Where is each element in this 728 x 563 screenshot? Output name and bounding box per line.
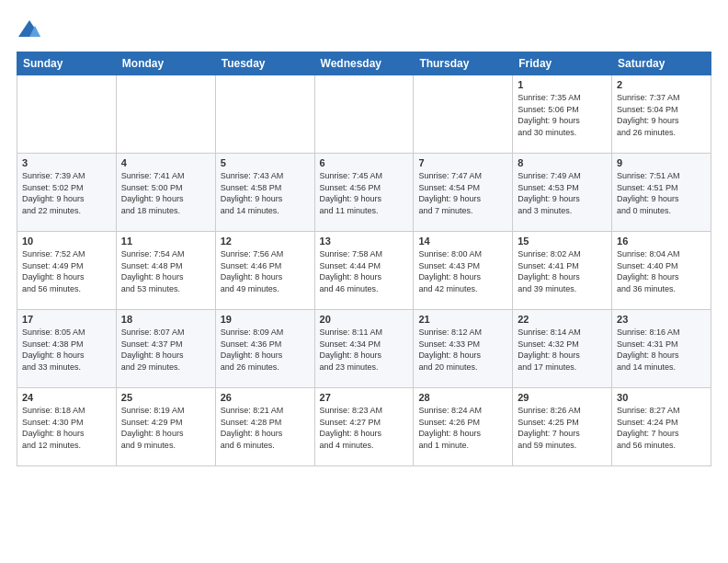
calendar-cell: 22Sunrise: 8:14 AMSunset: 4:32 PMDayligh… <box>513 310 612 388</box>
day-header-friday: Friday <box>513 52 612 75</box>
day-number: 26 <box>221 392 310 403</box>
calendar-week-3: 10Sunrise: 7:52 AMSunset: 4:49 PMDayligh… <box>17 232 711 310</box>
calendar-body: 1Sunrise: 7:35 AMSunset: 5:06 PMDaylight… <box>17 75 711 466</box>
day-info: Sunrise: 7:51 AMSunset: 4:51 PMDaylight:… <box>617 170 706 216</box>
calendar-cell: 8Sunrise: 7:49 AMSunset: 4:53 PMDaylight… <box>513 154 612 232</box>
day-number: 12 <box>221 236 310 247</box>
calendar-week-1: 1Sunrise: 7:35 AMSunset: 5:06 PMDaylight… <box>17 75 711 154</box>
day-info: Sunrise: 7:45 AMSunset: 4:56 PMDaylight:… <box>320 170 409 216</box>
calendar-cell: 15Sunrise: 8:02 AMSunset: 4:41 PMDayligh… <box>513 232 612 310</box>
calendar-cell: 16Sunrise: 8:04 AMSunset: 4:40 PMDayligh… <box>612 232 711 310</box>
calendar-cell: 12Sunrise: 7:56 AMSunset: 4:46 PMDayligh… <box>215 232 314 310</box>
day-number: 21 <box>418 314 507 325</box>
day-number: 16 <box>617 236 706 247</box>
header <box>17 17 711 42</box>
day-number: 20 <box>320 314 409 325</box>
day-number: 30 <box>617 392 706 403</box>
calendar-cell <box>17 75 117 154</box>
calendar-cell: 21Sunrise: 8:12 AMSunset: 4:33 PMDayligh… <box>414 310 513 388</box>
day-info: Sunrise: 8:24 AMSunset: 4:26 PMDaylight:… <box>418 405 507 451</box>
day-info: Sunrise: 7:43 AMSunset: 4:58 PMDaylight:… <box>221 170 310 216</box>
day-info: Sunrise: 8:11 AMSunset: 4:34 PMDaylight:… <box>320 327 409 373</box>
day-number: 15 <box>518 236 607 247</box>
day-number: 25 <box>121 392 210 403</box>
day-number: 9 <box>617 157 706 168</box>
day-info: Sunrise: 7:52 AMSunset: 4:49 PMDaylight:… <box>22 248 111 294</box>
calendar-cell: 2Sunrise: 7:37 AMSunset: 5:04 PMDaylight… <box>612 75 711 154</box>
calendar-cell: 25Sunrise: 8:19 AMSunset: 4:29 PMDayligh… <box>116 388 215 466</box>
day-number: 4 <box>121 157 210 168</box>
calendar-cell: 28Sunrise: 8:24 AMSunset: 4:26 PMDayligh… <box>414 388 513 466</box>
calendar-cell <box>215 75 314 154</box>
calendar-cell: 30Sunrise: 8:27 AMSunset: 4:24 PMDayligh… <box>612 388 711 466</box>
calendar-cell: 5Sunrise: 7:43 AMSunset: 4:58 PMDaylight… <box>215 154 314 232</box>
day-number: 18 <box>121 314 210 325</box>
calendar-cell: 18Sunrise: 8:07 AMSunset: 4:37 PMDayligh… <box>116 310 215 388</box>
day-info: Sunrise: 8:19 AMSunset: 4:29 PMDaylight:… <box>121 405 210 451</box>
day-number: 27 <box>320 392 409 403</box>
calendar-cell: 14Sunrise: 8:00 AMSunset: 4:43 PMDayligh… <box>414 232 513 310</box>
day-info: Sunrise: 7:41 AMSunset: 5:00 PMDaylight:… <box>121 170 210 216</box>
day-number: 1 <box>518 79 607 90</box>
day-info: Sunrise: 8:09 AMSunset: 4:36 PMDaylight:… <box>221 327 310 373</box>
calendar-cell: 10Sunrise: 7:52 AMSunset: 4:49 PMDayligh… <box>17 232 117 310</box>
day-header-thursday: Thursday <box>414 52 513 75</box>
day-info: Sunrise: 8:02 AMSunset: 4:41 PMDaylight:… <box>518 248 607 294</box>
day-number: 14 <box>418 236 507 247</box>
calendar-cell <box>314 75 414 154</box>
day-number: 10 <box>22 236 111 247</box>
day-number: 2 <box>617 79 706 90</box>
day-info: Sunrise: 8:23 AMSunset: 4:27 PMDaylight:… <box>320 405 409 451</box>
day-info: Sunrise: 8:14 AMSunset: 4:32 PMDaylight:… <box>518 327 607 373</box>
calendar-cell <box>116 75 215 154</box>
calendar-cell: 17Sunrise: 8:05 AMSunset: 4:38 PMDayligh… <box>17 310 117 388</box>
calendar-cell: 20Sunrise: 8:11 AMSunset: 4:34 PMDayligh… <box>314 310 414 388</box>
calendar-header-row: SundayMondayTuesdayWednesdayThursdayFrid… <box>17 52 711 75</box>
day-info: Sunrise: 8:27 AMSunset: 4:24 PMDaylight:… <box>617 405 706 451</box>
calendar-cell: 19Sunrise: 8:09 AMSunset: 4:36 PMDayligh… <box>215 310 314 388</box>
calendar-cell: 29Sunrise: 8:26 AMSunset: 4:25 PMDayligh… <box>513 388 612 466</box>
calendar-cell: 9Sunrise: 7:51 AMSunset: 4:51 PMDaylight… <box>612 154 711 232</box>
day-info: Sunrise: 8:21 AMSunset: 4:28 PMDaylight:… <box>221 405 310 451</box>
calendar-week-4: 17Sunrise: 8:05 AMSunset: 4:38 PMDayligh… <box>17 310 711 388</box>
day-info: Sunrise: 8:04 AMSunset: 4:40 PMDaylight:… <box>617 248 706 294</box>
day-header-wednesday: Wednesday <box>314 52 414 75</box>
day-number: 29 <box>518 392 607 403</box>
day-number: 11 <box>121 236 210 247</box>
calendar-cell: 6Sunrise: 7:45 AMSunset: 4:56 PMDaylight… <box>314 154 414 232</box>
day-info: Sunrise: 7:47 AMSunset: 4:54 PMDaylight:… <box>418 170 507 216</box>
calendar-week-5: 24Sunrise: 8:18 AMSunset: 4:30 PMDayligh… <box>17 388 711 466</box>
day-info: Sunrise: 7:54 AMSunset: 4:48 PMDaylight:… <box>121 248 210 294</box>
day-number: 19 <box>221 314 310 325</box>
day-info: Sunrise: 8:00 AMSunset: 4:43 PMDaylight:… <box>418 248 507 294</box>
day-header-monday: Monday <box>116 52 215 75</box>
day-info: Sunrise: 7:37 AMSunset: 5:04 PMDaylight:… <box>617 92 706 138</box>
day-info: Sunrise: 8:12 AMSunset: 4:33 PMDaylight:… <box>418 327 507 373</box>
calendar-cell: 23Sunrise: 8:16 AMSunset: 4:31 PMDayligh… <box>612 310 711 388</box>
calendar-cell: 7Sunrise: 7:47 AMSunset: 4:54 PMDaylight… <box>414 154 513 232</box>
calendar-table: SundayMondayTuesdayWednesdayThursdayFrid… <box>17 52 711 466</box>
day-info: Sunrise: 7:56 AMSunset: 4:46 PMDaylight:… <box>221 248 310 294</box>
day-info: Sunrise: 7:35 AMSunset: 5:06 PMDaylight:… <box>518 92 607 138</box>
day-header-sunday: Sunday <box>17 52 117 75</box>
day-info: Sunrise: 8:26 AMSunset: 4:25 PMDaylight:… <box>518 405 607 451</box>
calendar-cell: 13Sunrise: 7:58 AMSunset: 4:44 PMDayligh… <box>314 232 414 310</box>
day-number: 8 <box>518 157 607 168</box>
day-info: Sunrise: 8:18 AMSunset: 4:30 PMDaylight:… <box>22 405 111 451</box>
day-number: 7 <box>418 157 507 168</box>
day-number: 13 <box>320 236 409 247</box>
logo-icon <box>17 17 42 42</box>
day-info: Sunrise: 7:39 AMSunset: 5:02 PMDaylight:… <box>22 170 111 216</box>
logo <box>17 17 46 42</box>
day-header-tuesday: Tuesday <box>215 52 314 75</box>
calendar-week-2: 3Sunrise: 7:39 AMSunset: 5:02 PMDaylight… <box>17 154 711 232</box>
day-header-saturday: Saturday <box>612 52 711 75</box>
day-number: 22 <box>518 314 607 325</box>
day-number: 17 <box>22 314 111 325</box>
day-number: 6 <box>320 157 409 168</box>
day-number: 3 <box>22 157 111 168</box>
calendar-cell: 4Sunrise: 7:41 AMSunset: 5:00 PMDaylight… <box>116 154 215 232</box>
day-info: Sunrise: 8:05 AMSunset: 4:38 PMDaylight:… <box>22 327 111 373</box>
calendar-cell: 27Sunrise: 8:23 AMSunset: 4:27 PMDayligh… <box>314 388 414 466</box>
calendar-cell: 3Sunrise: 7:39 AMSunset: 5:02 PMDaylight… <box>17 154 117 232</box>
